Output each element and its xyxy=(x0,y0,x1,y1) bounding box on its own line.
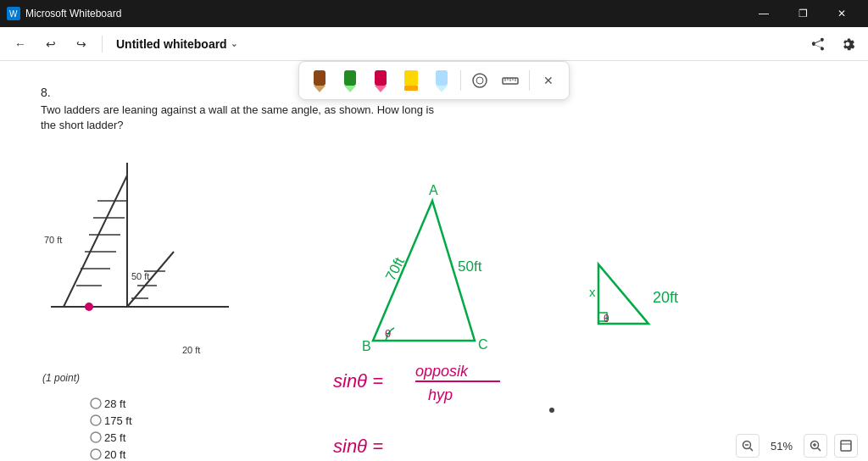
pen-4-icon xyxy=(432,69,451,92)
svg-line-30 xyxy=(64,175,127,307)
eraser-icon xyxy=(470,71,489,90)
svg-text:Two ladders are leaning agains: Two ladders are leaning against a wall a… xyxy=(41,103,434,116)
settings-icon xyxy=(840,36,855,52)
pen-toolbar: ✕ xyxy=(298,61,570,100)
svg-text:(1 point): (1 point) xyxy=(42,372,80,384)
svg-text:C: C xyxy=(478,337,488,352)
svg-rect-10 xyxy=(375,70,387,86)
toolbar-close-button[interactable]: ✕ xyxy=(535,67,562,94)
title-chevron: ⌄ xyxy=(231,39,237,48)
svg-text:B: B xyxy=(362,339,371,353)
svg-text:20ft: 20ft xyxy=(653,289,678,306)
svg-marker-15 xyxy=(436,86,448,92)
pen-3-icon xyxy=(371,69,390,92)
share-button[interactable] xyxy=(804,31,831,58)
zoom-in-icon xyxy=(810,440,821,452)
toolbar-divider xyxy=(460,70,461,91)
svg-text:70ft: 70ft xyxy=(382,254,408,283)
svg-text:28 ft: 28 ft xyxy=(104,397,126,410)
back-button[interactable]: ← xyxy=(7,31,34,58)
svg-rect-14 xyxy=(436,70,448,86)
svg-text:sinθ =: sinθ = xyxy=(333,370,383,392)
svg-marker-9 xyxy=(344,86,356,92)
svg-text:20 ft: 20 ft xyxy=(182,345,200,355)
zoom-in-button[interactable] xyxy=(804,434,827,458)
eraser-button[interactable] xyxy=(466,67,493,94)
whiteboard-svg: 8. Two ladders are leaning against a wal… xyxy=(0,61,868,461)
svg-point-44 xyxy=(85,303,93,311)
svg-text:8.: 8. xyxy=(41,86,51,99)
svg-text:70 ft: 70 ft xyxy=(44,235,62,245)
menubar-right xyxy=(804,31,861,58)
fit-page-icon xyxy=(839,439,853,453)
whiteboard-title[interactable]: Untitled whiteboard ⌄ xyxy=(109,34,244,54)
svg-point-17 xyxy=(476,77,483,84)
svg-rect-13 xyxy=(404,86,418,91)
svg-text:θ: θ xyxy=(604,313,609,325)
share-icon xyxy=(810,36,825,52)
pen-2-icon xyxy=(341,69,359,92)
zoom-out-icon xyxy=(742,440,754,452)
svg-text:the short ladder?: the short ladder? xyxy=(41,119,124,131)
svg-point-46 xyxy=(91,398,101,408)
svg-marker-7 xyxy=(314,86,326,92)
window-controls: — ❐ ✕ xyxy=(744,0,861,27)
svg-marker-11 xyxy=(375,86,387,92)
svg-line-73 xyxy=(750,448,754,452)
zoom-out-button[interactable] xyxy=(736,434,760,458)
svg-rect-79 xyxy=(841,441,851,451)
restore-button[interactable]: ❐ xyxy=(783,0,822,27)
svg-point-52 xyxy=(91,449,101,459)
svg-point-71 xyxy=(549,408,554,413)
zoom-level-display: 51% xyxy=(766,440,797,453)
app-title: Microsoft Whiteboard xyxy=(25,8,744,19)
redo-button[interactable]: ↪ xyxy=(68,31,95,58)
svg-text:A: A xyxy=(429,183,438,197)
zoom-fit-button[interactable] xyxy=(834,434,858,458)
svg-text:50 ft: 50 ft xyxy=(131,271,149,281)
svg-point-50 xyxy=(91,432,101,442)
svg-text:50ft: 50ft xyxy=(458,258,482,275)
app-icon: W xyxy=(7,7,20,20)
svg-text:W: W xyxy=(9,9,18,19)
ruler-button[interactable] xyxy=(497,67,524,94)
pen-3-button[interactable] xyxy=(367,67,394,94)
svg-rect-6 xyxy=(314,70,326,86)
ruler-icon xyxy=(501,71,520,90)
pen-4-button[interactable] xyxy=(428,67,455,94)
svg-line-76 xyxy=(818,448,821,452)
svg-rect-12 xyxy=(404,70,418,86)
svg-text:sinθ =: sinθ = xyxy=(333,436,383,457)
close-button[interactable]: ✕ xyxy=(822,0,861,27)
whiteboard-title-text: Untitled whiteboard xyxy=(116,37,227,51)
svg-point-48 xyxy=(91,415,101,425)
highlighter-yellow-icon xyxy=(402,69,420,92)
svg-text:θ: θ xyxy=(385,327,391,340)
close-icon: ✕ xyxy=(543,74,554,87)
undo-button[interactable]: ↩ xyxy=(37,31,64,58)
pen-1-button[interactable] xyxy=(306,67,333,94)
highlighter-yellow-button[interactable] xyxy=(398,67,425,94)
svg-text:opposik: opposik xyxy=(415,363,469,380)
pen-2-button[interactable] xyxy=(337,67,364,94)
svg-rect-8 xyxy=(344,70,356,86)
svg-text:20 ft: 20 ft xyxy=(104,448,126,461)
toolbar-divider-2 xyxy=(529,70,530,91)
svg-text:hyp: hyp xyxy=(428,386,453,403)
menubar: ← ↩ ↪ Untitled whiteboard ⌄ xyxy=(0,27,868,61)
svg-text:x: x xyxy=(589,285,596,299)
svg-text:175 ft: 175 ft xyxy=(104,414,132,427)
svg-point-16 xyxy=(473,74,487,87)
whiteboard-canvas[interactable]: 8. Two ladders are leaning against a wal… xyxy=(0,61,868,461)
settings-button[interactable] xyxy=(834,31,861,58)
minimize-button[interactable]: — xyxy=(744,0,783,27)
bottombar: 51% xyxy=(726,430,868,461)
pen-1-icon xyxy=(310,69,329,92)
svg-text:25 ft: 25 ft xyxy=(104,431,126,444)
titlebar: W Microsoft Whiteboard — ❐ ✕ xyxy=(0,0,868,27)
